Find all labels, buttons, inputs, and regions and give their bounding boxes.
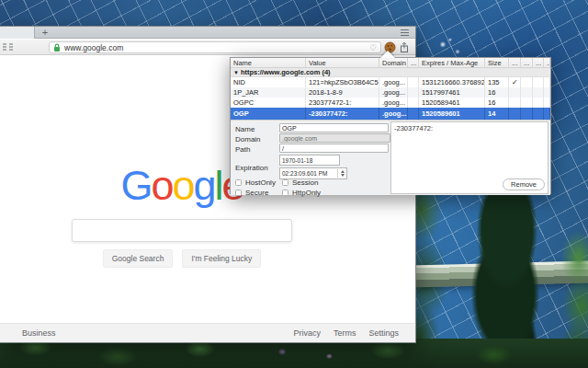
httponly-checkbox[interactable]: HttpOnly (282, 189, 321, 197)
url-bar[interactable]: www.google.com ♡ (49, 41, 381, 53)
google-search-button[interactable]: Google Search (103, 249, 174, 268)
session-checkbox[interactable]: Session (282, 178, 318, 187)
expiration-label: Expiration (235, 164, 268, 172)
footer-privacy-link[interactable]: Privacy (293, 328, 321, 338)
checkbox-icon[interactable] (282, 179, 288, 186)
col-dots[interactable]: ... (544, 58, 550, 67)
cookie-row-1pjar[interactable]: 1P_JAR2018-1-8-9 .goog... 151799746116 (231, 87, 550, 98)
domain-label: Domain (235, 135, 261, 144)
logo-letter: G (120, 162, 151, 209)
cookie-name-field[interactable] (279, 123, 389, 132)
cookie-path-field[interactable] (279, 144, 389, 153)
logo-letter: o (151, 162, 172, 209)
col-dots[interactable]: ... (533, 58, 544, 67)
footer-settings-link[interactable]: Settings (368, 328, 399, 338)
cookie-row-ogp-selected[interactable]: OGP-230377472: .goog... 152058960114 (231, 108, 550, 120)
logo-letter: g (194, 162, 215, 209)
logo-letter: o (172, 162, 193, 209)
padlock-icon (53, 43, 61, 52)
cookie-manager-panel: Name Value Domain ... Expires / Max-Age … (230, 57, 551, 194)
time-stepper[interactable] (337, 169, 345, 178)
popup-caret (380, 51, 395, 58)
cookie-row-ogpc[interactable]: OGPC230377472-1: .goog... 152058946116 (231, 98, 550, 108)
logo-letter: l (215, 162, 222, 209)
tab-menu-icon[interactable] (401, 29, 409, 36)
col-value[interactable]: Value (306, 58, 379, 67)
name-label: Name (235, 125, 254, 133)
tab-groups-icon[interactable] (3, 42, 13, 52)
cookie-row-nid[interactable]: NID121=hkpZSbO3B64C5... .goog... 1531216… (231, 77, 550, 87)
col-dots[interactable]: ... (408, 58, 419, 67)
checkbox-icon[interactable] (282, 190, 288, 196)
desktop: + www.google.com (0, 0, 588, 368)
col-dots[interactable]: ... (509, 58, 521, 67)
footer-business-link[interactable]: Business (22, 328, 56, 338)
col-size[interactable]: Size (485, 58, 509, 67)
group-label: https://www.google.com (4) (241, 68, 331, 76)
remove-cookie-button[interactable]: Remove (503, 178, 545, 190)
page-footer: Business Privacy Terms Settings (0, 323, 415, 342)
hostonly-checkbox[interactable]: HostOnly (235, 178, 276, 187)
footer-terms-link[interactable]: Terms (334, 328, 356, 338)
col-expires[interactable]: Expires / Max-Age (419, 58, 485, 67)
cookie-table-header: Name Value Domain ... Expires / Max-Age … (231, 58, 550, 68)
cookie-edit-form: Name Domain Path Expiration 1970-01-18 0… (231, 120, 550, 195)
checkbox-icon[interactable] (235, 179, 242, 186)
favorites-heart-icon[interactable]: ♡ (369, 43, 377, 52)
waterfall-sparkle (432, 35, 469, 59)
browser-toolbar: www.google.com ♡ (0, 40, 415, 55)
col-name[interactable]: Name (231, 58, 306, 67)
new-tab-button[interactable]: + (39, 27, 51, 39)
cookie-table: Name Value Domain ... Expires / Max-Age … (231, 58, 550, 120)
cookie-group-row[interactable]: ▼ https://www.google.com (4) (231, 68, 550, 77)
checkbox-icon[interactable] (235, 190, 242, 196)
share-icon[interactable] (399, 41, 410, 53)
col-dots[interactable]: ... (521, 58, 533, 67)
browser-tab[interactable] (0, 27, 35, 39)
lucky-button[interactable]: I'm Feeling Lucky (182, 249, 261, 268)
disclosure-triangle-icon[interactable]: ▼ (233, 70, 239, 75)
path-label: Path (235, 145, 250, 154)
cookie-domain-field[interactable] (279, 133, 390, 143)
search-input[interactable] (72, 219, 292, 242)
secure-checkbox[interactable]: Secure (235, 189, 268, 197)
col-domain[interactable]: Domain (379, 58, 408, 67)
expiration-date-field[interactable]: 1970-01-18 (279, 155, 340, 166)
url-text: www.google.com (64, 43, 369, 52)
tab-bar: + (0, 27, 415, 39)
httponly-check-icon: ✓ (509, 77, 521, 87)
